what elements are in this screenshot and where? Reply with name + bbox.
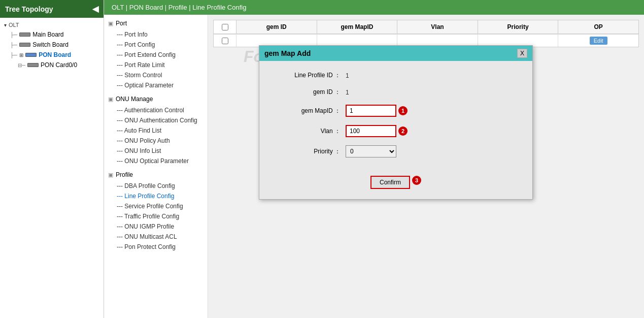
nav-item-port-info[interactable]: --- Port Info <box>104 29 208 40</box>
modal-row-gem-id: gem ID ： 1 <box>275 88 517 97</box>
gem-map-id-input[interactable] <box>346 105 396 117</box>
nav-item-onu-multicast-acl[interactable]: --- ONU Multicast ACL <box>104 232 208 242</box>
modal-close-button[interactable]: X <box>517 49 527 58</box>
step-badge-2: 2 <box>398 126 408 136</box>
modal-title: gem Map Add <box>264 49 311 57</box>
line-profile-id-label: Line Profile ID ： <box>275 71 346 80</box>
left-nav: ▣ Port --- Port Info --- Port Config ---… <box>104 15 208 318</box>
nav-item-optical-parameter[interactable]: --- Optical Parameter <box>104 80 208 90</box>
modal-body: Line Profile ID ： 1 gem ID ： 1 <box>259 61 532 176</box>
modal-title-bar: gem Map Add X <box>259 46 532 61</box>
nav-section-onu-manage: ▣ ONU Manage --- Authentication Control … <box>104 93 208 166</box>
pon-card-icon <box>27 63 39 67</box>
nav-item-port-extend-config[interactable]: --- Port Extend Config <box>104 50 208 60</box>
pon-card-label: PON Card0/0 <box>41 61 77 69</box>
vlan-input[interactable] <box>346 125 396 137</box>
port-section-label: Port <box>116 20 127 27</box>
sidebar-header: Tree Topology ◀ <box>0 0 104 18</box>
sidebar-tree: ▾ OLT ├─ Main Board ├─ Switch Board ├ <box>0 18 104 318</box>
tree-item-olt[interactable]: ▾ OLT <box>0 20 104 29</box>
nav-item-onu-optical-param[interactable]: --- ONU Optical Parameter <box>104 156 208 166</box>
breadcrumb-bar: OLT | PON Board | Profile | Line Profile… <box>104 0 644 15</box>
main-board-label: Main Board <box>32 31 63 38</box>
pon-board-expand-icon: ⊞ <box>19 52 23 58</box>
nav-item-onu-info-list[interactable]: --- ONU Info List <box>104 146 208 156</box>
nav-section-onu-manage-header[interactable]: ▣ ONU Manage <box>104 93 208 105</box>
nav-item-pon-protect-config[interactable]: --- Pon Protect Config <box>104 242 208 252</box>
vlan-label: Vlan ： <box>275 127 346 136</box>
onu-manage-section-icon: ▣ <box>108 96 113 103</box>
main-board-icon <box>19 33 30 37</box>
sidebar: Tree Topology ◀ ▾ OLT ├─ Main Board ├─ <box>0 0 104 318</box>
nav-item-port-rate-limit[interactable]: --- Port Rate Limit <box>104 60 208 70</box>
nav-item-line-profile-config[interactable]: --- Line Profile Config <box>104 191 208 201</box>
modal-backdrop: gem Map Add X Line Profile ID ： 1 <box>208 15 644 318</box>
right-panel: gem ID gem MapID Vlan Priority OP <box>208 15 644 318</box>
nav-section-profile: ▣ Profile --- DBA Profile Config --- Lin… <box>104 169 208 252</box>
nav-section-profile-header[interactable]: ▣ Profile <box>104 169 208 181</box>
pon-board-label: PON Board <box>39 51 71 58</box>
main-layout: Tree Topology ◀ ▾ OLT ├─ Main Board ├─ <box>0 0 644 318</box>
nav-item-dba-profile-config[interactable]: --- DBA Profile Config <box>104 181 208 191</box>
profile-section-label: Profile <box>116 171 133 178</box>
pon-board-connector: ├─ <box>10 52 17 58</box>
main-content: ▣ Port --- Port Info --- Port Config ---… <box>104 15 644 318</box>
step-badge-1: 1 <box>398 106 408 115</box>
breadcrumb: OLT | PON Board | Profile | Line Profile… <box>112 4 246 11</box>
nav-item-traffic-profile-config[interactable]: --- Traffic Profile Config <box>104 211 208 221</box>
nav-section-port-header[interactable]: ▣ Port <box>104 17 208 29</box>
nav-section-port: ▣ Port --- Port Info --- Port Config ---… <box>104 17 208 90</box>
nav-item-port-config[interactable]: --- Port Config <box>104 40 208 50</box>
nav-item-onu-policy-auth[interactable]: --- ONU Policy Auth <box>104 136 208 146</box>
switch-board-connector: ├─ <box>10 42 17 48</box>
nav-item-service-profile-config[interactable]: --- Service Profile Config <box>104 201 208 211</box>
modal-row-vlan: Vlan ： 2 <box>275 125 517 137</box>
gem-map-id-label: gem MapID ： <box>275 107 346 115</box>
olt-expand-icon: ▾ <box>4 22 7 28</box>
port-section-icon: ▣ <box>108 20 113 27</box>
step-badge-3: 3 <box>412 176 421 185</box>
gem-id-label: gem ID ： <box>275 88 346 97</box>
modal-row-line-profile-id: Line Profile ID ： 1 <box>275 71 517 80</box>
tree-item-switch-board[interactable]: ├─ Switch Board <box>0 40 104 50</box>
nav-item-auto-find-list[interactable]: --- Auto Find List <box>104 125 208 136</box>
sidebar-collapse-button[interactable]: ◀ <box>92 4 98 14</box>
tree-item-pon-board[interactable]: ├─ ⊞ PON Board <box>0 50 104 60</box>
switch-board-label: Switch Board <box>32 41 69 48</box>
content-area: OLT | PON Board | Profile | Line Profile… <box>104 0 644 318</box>
pon-board-icon <box>25 53 37 57</box>
switch-board-icon <box>19 43 30 47</box>
app-container: Tree Topology ◀ ▾ OLT ├─ Main Board ├─ <box>0 0 644 318</box>
confirm-button[interactable]: Confirm <box>370 176 410 189</box>
nav-item-onu-auth-config[interactable]: --- ONU Authentication Config <box>104 115 208 125</box>
modal-row-gem-map-id: gem MapID ： 1 <box>275 105 517 117</box>
main-board-connector: ├─ <box>10 32 17 38</box>
priority-select[interactable]: 0 1 2 3 4 5 6 7 <box>346 145 396 157</box>
pon-card-connector: ⊟─ <box>18 62 25 68</box>
nav-item-onu-igmp-profile[interactable]: --- ONU IGMP Profile <box>104 221 208 232</box>
onu-manage-section-label: ONU Manage <box>116 96 153 103</box>
modal-row-priority: Priority ： 0 1 2 3 4 5 6 <box>275 145 517 157</box>
gem-map-add-modal: gem Map Add X Line Profile ID ： 1 <box>259 45 533 200</box>
nav-item-storm-control[interactable]: --- Storm Control <box>104 70 208 80</box>
priority-label: Priority ： <box>275 147 346 156</box>
tree-item-pon-card[interactable]: ⊟─ PON Card0/0 <box>0 60 104 70</box>
modal-footer: Confirm 3 <box>259 176 532 199</box>
olt-label: OLT <box>9 22 19 28</box>
profile-section-icon: ▣ <box>108 172 113 178</box>
gem-id-value: 1 <box>346 89 349 96</box>
line-profile-id-value: 1 <box>346 72 349 79</box>
nav-item-auth-control[interactable]: --- Authentication Control <box>104 105 208 115</box>
sidebar-title: Tree Topology <box>5 5 53 13</box>
tree-item-main-board[interactable]: ├─ Main Board <box>0 29 104 40</box>
